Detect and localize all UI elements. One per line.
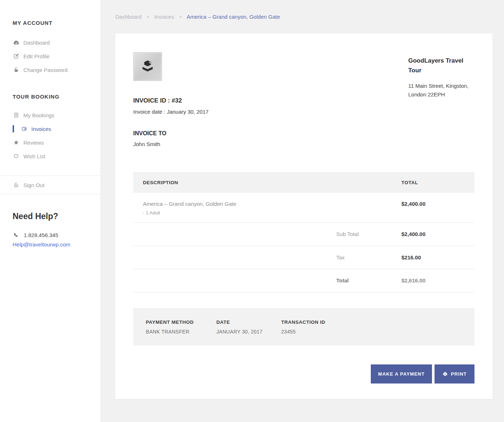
item-title: America – Grand canyon, Golden Gate — [143, 201, 401, 207]
item-subtext: - 1 Adult — [143, 210, 401, 215]
sidebar-item-dashboard[interactable]: Dashboard — [0, 36, 100, 49]
tax-value: $216.00 — [401, 254, 474, 260]
breadcrumb-dashboard[interactable]: Dashboard — [115, 14, 141, 20]
sidebar-item-label: Sign Out — [23, 182, 44, 188]
sidebar: MY ACCOUNT Dashboard Edit Profile Change… — [0, 0, 101, 422]
breadcrumb-separator-icon: > — [147, 14, 149, 19]
breadcrumb-separator-icon: > — [179, 14, 181, 19]
invoice-date: Invoice date : January 30, 2017 — [133, 109, 474, 115]
summary-row-subtotal: Sub Total $2,400.00 — [133, 223, 474, 246]
subtotal-value: $2,400.00 — [401, 231, 474, 237]
bookings-icon — [13, 112, 19, 118]
sidebar-item-wish-list[interactable]: Wish List — [0, 149, 100, 163]
breadcrumb-current: America – Grand canyon, Golden Gate — [186, 14, 280, 20]
make-payment-button[interactable]: MAKE A PAYMENT — [371, 364, 432, 384]
main-content: Dashboard > Invoices > America – Grand c… — [101, 0, 504, 422]
total-value: $2,616.00 — [401, 277, 474, 283]
column-header-total: TOTAL — [401, 180, 474, 185]
payment-method-value: BANK TRANSFER — [146, 329, 216, 335]
sidebar-section-title-my-account: MY ACCOUNT — [13, 20, 100, 26]
payment-date-column: DATE JANUARY 30, 2017 — [216, 319, 281, 335]
payment-method-label: PAYMENT METHOD — [146, 319, 216, 325]
sidebar-item-label: Edit Profile — [23, 53, 50, 59]
printer-icon — [442, 371, 448, 377]
company-info: GoodLayers Travel Tour 11 Main Street, K… — [408, 56, 473, 99]
invoice-meta: INVOICE ID : #32 Invoice date : January … — [133, 97, 474, 115]
print-label: PRINT — [451, 371, 467, 377]
sidebar-item-edit-profile[interactable]: Edit Profile — [0, 49, 100, 63]
need-help-section: Need Help? 1.828.456.345 Help@traveltour… — [13, 212, 100, 248]
table-row: America – Grand canyon, Golden Gate - 1 … — [133, 193, 474, 223]
sidebar-item-reviews[interactable]: Reviews — [0, 136, 100, 149]
item-description-cell: America – Grand canyon, Golden Gate - 1 … — [133, 201, 401, 215]
sidebar-nav-account: Dashboard Edit Profile Change Password — [0, 36, 100, 77]
sidebar-item-label: My Bookings — [23, 112, 54, 118]
summary-row-total: Total $2,616.00 — [133, 269, 474, 292]
lock-icon — [13, 67, 19, 73]
payment-date-label: DATE — [216, 319, 281, 325]
app: MY ACCOUNT Dashboard Edit Profile Change… — [0, 0, 504, 422]
sidebar-nav-booking: My Bookings Invoices Reviews Wish List — [0, 108, 100, 163]
active-indicator-bar — [13, 125, 14, 132]
sidebar-item-invoices[interactable]: Invoices — [0, 122, 100, 136]
table-header: DESCRIPTION TOTAL — [133, 172, 474, 193]
need-help-title: Need Help? — [13, 212, 100, 221]
sidebar-item-label: Reviews — [23, 140, 44, 146]
transaction-id-value: 23455 — [281, 329, 325, 335]
payment-method-column: PAYMENT METHOD BANK TRANSFER — [146, 319, 216, 335]
sidebar-item-label: Dashboard — [23, 40, 50, 46]
breadcrumb: Dashboard > Invoices > America – Grand c… — [115, 14, 492, 20]
sidebar-item-my-bookings[interactable]: My Bookings — [0, 108, 100, 122]
payment-date-value: JANUARY 30, 2017 — [216, 329, 281, 335]
summary-row-tax: Tax $216.00 — [133, 246, 474, 269]
edit-icon — [13, 53, 19, 59]
sign-out-row: Sign Out — [0, 176, 100, 194]
goodlayers-logo — [133, 52, 162, 81]
invoice-to-label: INVOICE TO — [133, 130, 474, 137]
total-label: Total — [336, 277, 401, 283]
action-buttons: MAKE A PAYMENT PRINT — [133, 364, 474, 384]
dashboard-icon — [13, 39, 19, 46]
help-phone-number: 1.828.456.345 — [24, 232, 58, 238]
make-payment-label: MAKE A PAYMENT — [378, 371, 424, 377]
phone-icon — [13, 232, 18, 238]
sidebar-item-label: Change Password — [23, 67, 68, 73]
invoice-card: GoodLayers Travel Tour 11 Main Street, K… — [115, 33, 492, 399]
company-address: 11 Main Street, Kingston, London 22EPH — [408, 82, 473, 99]
breadcrumb-invoices[interactable]: Invoices — [154, 14, 174, 20]
column-header-description: DESCRIPTION — [133, 180, 401, 185]
sidebar-item-change-password[interactable]: Change Password — [0, 63, 100, 77]
invoice-to-name: John Smith — [133, 141, 474, 147]
unlock-icon — [13, 182, 19, 188]
invoice-table: DESCRIPTION TOTAL America – Grand canyon… — [133, 172, 474, 292]
transaction-id-label: TRANSACTION ID — [281, 319, 325, 325]
sidebar-item-label: Wish List — [23, 153, 45, 159]
payment-info-panel: PAYMENT METHOD BANK TRANSFER DATE JANUAR… — [133, 308, 474, 345]
company-name: GoodLayers Travel Tour — [408, 56, 473, 75]
invoice-to: INVOICE TO John Smith — [133, 130, 474, 147]
subtotal-label: Sub Total — [336, 231, 401, 237]
star-icon — [13, 139, 19, 146]
transaction-id-column: TRANSACTION ID 23455 — [281, 319, 325, 335]
sidebar-item-sign-out[interactable]: Sign Out — [0, 176, 100, 194]
help-email-link[interactable]: Help@traveltourwp.com — [13, 241, 70, 248]
item-total: $2,400.00 — [401, 201, 474, 207]
help-phone-row: 1.828.456.345 — [13, 232, 100, 238]
heart-icon — [13, 153, 19, 159]
tax-label: Tax — [336, 254, 401, 260]
wallet-icon — [21, 126, 27, 132]
print-button[interactable]: PRINT — [435, 364, 474, 384]
sidebar-section-title-tour-booking: TOUR BOOKING — [13, 94, 100, 100]
sidebar-item-label: Invoices — [31, 126, 51, 132]
